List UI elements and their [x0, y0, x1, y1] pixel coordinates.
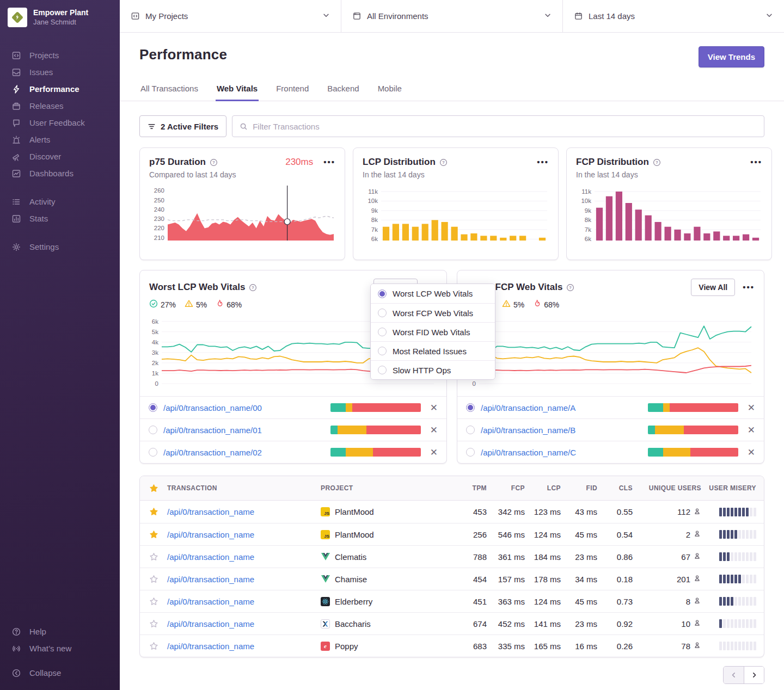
transaction-link[interactable]: /api/0/transaction_name: [167, 575, 321, 584]
project-cell[interactable]: Baccharis: [321, 619, 448, 629]
sidebar-item-user-feedback[interactable]: User Feedback: [0, 114, 120, 131]
sidebar-item-dashboards[interactable]: Dashboards: [0, 165, 120, 182]
view-all-button[interactable]: View All: [691, 279, 735, 296]
sidebar-item-issues[interactable]: Issues: [0, 64, 120, 81]
card-menu-icon[interactable]: •••: [750, 159, 762, 165]
date-range-selector[interactable]: Last 14 days: [562, 0, 784, 32]
col-fid[interactable]: FID: [561, 484, 597, 492]
star-column-header[interactable]: [140, 484, 167, 493]
sidebar-item-discover[interactable]: Discover: [0, 148, 120, 165]
star-outline-icon[interactable]: [140, 552, 167, 562]
sidebar-item-stats[interactable]: Stats: [0, 210, 120, 227]
transaction-link[interactable]: /api/0/transaction_name/02: [163, 448, 262, 457]
question-icon[interactable]: ?: [249, 284, 257, 292]
card-menu-icon[interactable]: •••: [537, 159, 549, 165]
star-outline-icon[interactable]: [140, 619, 167, 629]
transaction-link[interactable]: /api/0/transaction_name: [167, 619, 321, 629]
releases-icon: [11, 101, 21, 111]
prev-page-button[interactable]: [724, 667, 744, 683]
option-radio[interactable]: [378, 309, 387, 317]
col-unique-users[interactable]: UNIQUE USERS: [633, 484, 701, 492]
sidebar-item-performance[interactable]: Performance: [0, 81, 120, 97]
sidebar-item-alerts[interactable]: Alerts: [0, 131, 120, 148]
transaction-link[interactable]: /api/0/transaction_name: [167, 530, 321, 539]
col-lcp[interactable]: LCP: [525, 484, 561, 492]
sidebar-item-settings[interactable]: Settings: [0, 238, 120, 255]
close-icon[interactable]: ✕: [430, 403, 438, 412]
transaction-link[interactable]: /api/0/transaction_name/C: [481, 448, 576, 457]
transaction-link[interactable]: /api/0/transaction_name/A: [481, 403, 575, 412]
transaction-link[interactable]: /api/0/transaction_name: [167, 642, 321, 651]
close-icon[interactable]: ✕: [430, 448, 438, 457]
transaction-link[interactable]: /api/0/transaction_name/00: [163, 403, 262, 412]
close-icon[interactable]: ✕: [748, 403, 755, 412]
star-outline-icon[interactable]: [140, 597, 167, 606]
transaction-radio[interactable]: [466, 448, 475, 457]
col-project[interactable]: PROJECT: [321, 484, 448, 492]
dropdown-option-worst-lcp-web-vitals[interactable]: Worst LCP Web Vitals: [371, 284, 495, 303]
col-cls[interactable]: CLS: [597, 484, 633, 492]
dropdown-option-worst-fcp-web-vitals[interactable]: Worst FCP Web Vitals: [371, 303, 495, 322]
project-cell[interactable]: ePoppy: [321, 642, 448, 651]
col-transaction[interactable]: TRANSACTION: [167, 484, 321, 492]
transaction-radio[interactable]: [149, 448, 157, 457]
transaction-link[interactable]: /api/0/transaction_name/01: [163, 426, 262, 435]
col-tpm[interactable]: TPM: [448, 484, 487, 492]
card-menu-icon[interactable]: •••: [323, 159, 335, 165]
transaction-link[interactable]: /api/0/transaction_name: [167, 552, 321, 562]
person-icon: [693, 529, 701, 539]
transaction-radio[interactable]: [466, 403, 475, 412]
star-filled-icon[interactable]: [140, 507, 167, 516]
close-icon[interactable]: ✕: [430, 426, 438, 435]
col-fcp[interactable]: FCP: [487, 484, 525, 492]
projects-selector[interactable]: My Projects: [120, 0, 341, 32]
close-icon[interactable]: ✕: [748, 448, 755, 457]
question-icon[interactable]: ?: [439, 158, 448, 167]
question-icon[interactable]: ?: [566, 284, 574, 292]
sidebar-item-what-s-new[interactable]: What’s new: [0, 640, 120, 657]
project-cell[interactable]: JSPlantMood: [321, 530, 448, 539]
search-transactions[interactable]: [232, 115, 764, 137]
project-cell[interactable]: Clematis: [321, 552, 448, 562]
tab-all-transactions[interactable]: All Transactions: [139, 79, 199, 101]
star-outline-icon[interactable]: [140, 575, 167, 584]
card-menu-icon[interactable]: •••: [743, 285, 755, 290]
sidebar-item-releases[interactable]: Releases: [0, 97, 120, 114]
option-radio[interactable]: [378, 347, 387, 355]
col-user-misery[interactable]: USER MISERY: [701, 484, 756, 492]
question-icon[interactable]: ?: [653, 158, 661, 167]
star-outline-icon[interactable]: [140, 642, 167, 651]
transaction-radio[interactable]: [466, 426, 475, 434]
option-radio[interactable]: [378, 366, 387, 374]
transaction-link[interactable]: /api/0/transaction_name: [167, 597, 321, 606]
tab-web-vitals[interactable]: Web Vitals: [216, 79, 259, 101]
transaction-radio[interactable]: [149, 426, 157, 434]
sidebar-item-help[interactable]: Help: [0, 623, 120, 640]
view-trends-button[interactable]: View Trends: [699, 46, 764, 67]
project-cell[interactable]: JSPlantMood: [321, 507, 448, 516]
transaction-link[interactable]: /api/0/transaction_name/B: [481, 426, 575, 435]
org-switcher[interactable]: Empower Plant Jane Schmidt: [0, 0, 120, 33]
question-icon[interactable]: ?: [210, 158, 218, 167]
sidebar-item-projects[interactable]: Projects: [0, 47, 120, 64]
project-cell[interactable]: Elderberry: [321, 597, 448, 606]
active-filters-button[interactable]: 2 Active Filters: [139, 115, 226, 137]
star-filled-icon[interactable]: [140, 530, 167, 539]
tab-frontend[interactable]: Frontend: [275, 79, 310, 101]
sidebar-collapse-button[interactable]: Collapse: [0, 664, 120, 681]
search-transactions-input[interactable]: [253, 122, 757, 131]
tab-backend[interactable]: Backend: [326, 79, 360, 101]
close-icon[interactable]: ✕: [748, 426, 755, 435]
next-page-button[interactable]: [744, 667, 764, 683]
sidebar-item-activity[interactable]: Activity: [0, 193, 120, 210]
environments-selector[interactable]: All Environments: [341, 0, 562, 32]
transaction-radio[interactable]: [149, 403, 157, 412]
dropdown-option-worst-fid-web-vitals[interactable]: Worst FID Web Vitals: [371, 322, 495, 341]
tab-mobile[interactable]: Mobile: [377, 79, 403, 101]
dropdown-option-slow-http-ops[interactable]: Slow HTTP Ops: [371, 360, 495, 379]
project-cell[interactable]: Chamise: [321, 575, 448, 584]
option-radio[interactable]: [378, 328, 387, 336]
dropdown-option-most-related-issues[interactable]: Most Related Issues: [371, 341, 495, 360]
transaction-link[interactable]: /api/0/transaction_name: [167, 507, 321, 516]
option-radio[interactable]: [378, 289, 387, 298]
